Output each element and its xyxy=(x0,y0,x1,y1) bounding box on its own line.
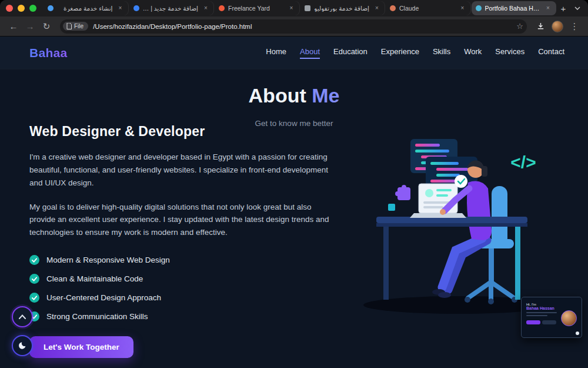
nav-link[interactable]: Contact xyxy=(538,47,564,59)
profile-avatar[interactable] xyxy=(552,21,563,32)
mini-preview-text: Hi, I'm Bahaa Hassan xyxy=(526,303,557,334)
tab-favicon xyxy=(476,5,482,11)
reload-icon[interactable]: ↻ xyxy=(39,19,54,34)
nav-link[interactable]: Services xyxy=(495,47,524,59)
tab-title: إضافة خدمة جديد | نفذلي xyxy=(143,5,199,12)
developer-illustration: </> xyxy=(347,130,566,321)
address-bar[interactable]: File /Users/hozifazidan/Desktop/Portfoli… xyxy=(60,19,527,34)
browser-window: إنشاء خدمة مصغرة × إضافة خدمة جديد | نفذ… xyxy=(0,0,588,368)
tab-favicon xyxy=(305,5,310,11)
moon-icon xyxy=(18,341,27,350)
section-heading: Web Designer & Developer xyxy=(29,124,336,140)
download-icon[interactable] xyxy=(533,19,548,34)
lets-work-together-button[interactable]: Let's Work Together xyxy=(29,336,133,358)
check-icon xyxy=(29,293,39,303)
menu-icon[interactable]: ⋮ xyxy=(567,19,582,34)
code-brackets-icon: </> xyxy=(510,152,536,172)
nav-link[interactable]: Education xyxy=(333,47,368,59)
tab-search-icon[interactable] xyxy=(570,1,584,15)
nav-link[interactable]: About xyxy=(300,47,320,59)
browser-tab[interactable]: إضافة خدمة جديد | نفذلي × xyxy=(129,1,215,15)
site-logo[interactable]: Bahaa xyxy=(29,46,68,60)
maximize-window-button[interactable] xyxy=(29,5,36,12)
tab-strip: إنشاء خدمة مصغرة × إضافة خدمة جديد | نفذ… xyxy=(0,0,588,16)
nav-link[interactable]: Skills xyxy=(433,47,450,59)
browser-tab[interactable]: Portfolio Bahaa Hassan × xyxy=(472,1,557,15)
nav-link[interactable]: Experience xyxy=(381,47,419,59)
site-navbar: Bahaa Home About Education Experience Sk… xyxy=(0,37,588,69)
traffic-lights xyxy=(6,5,36,12)
mini-preview-window[interactable]: Hi, I'm Bahaa Hassan xyxy=(521,297,582,338)
check-label: Clean & Maintainable Code xyxy=(46,274,143,283)
page-title-main: About xyxy=(249,84,312,107)
tab-close-icon[interactable]: × xyxy=(544,4,552,12)
about-paragraph-2: My goal is to deliver high-quality digit… xyxy=(29,201,336,240)
minimize-window-button[interactable] xyxy=(18,5,25,12)
tab-favicon xyxy=(219,5,225,11)
tab-favicon xyxy=(48,5,54,11)
nav-link[interactable]: Work xyxy=(464,47,482,59)
checklist-item: Strong Communication Skills xyxy=(29,311,336,321)
browser-tab[interactable]: Claude × xyxy=(386,1,471,15)
portfolio-page: Bahaa Home About Education Experience Sk… xyxy=(0,37,588,368)
tab-close-icon[interactable]: × xyxy=(373,4,381,12)
back-icon[interactable]: ← xyxy=(6,19,21,34)
mini-text-line xyxy=(526,312,557,313)
file-scheme-badge: File xyxy=(63,22,88,31)
mini-button xyxy=(526,320,540,324)
browser-tab[interactable]: Freelance Yard × xyxy=(215,1,300,15)
tab-title: إضافة خدمة بورتفوليو xyxy=(314,5,370,12)
bookmark-star-icon[interactable]: ☆ xyxy=(516,22,523,31)
forward-icon[interactable]: → xyxy=(22,19,38,34)
tab-list: إنشاء خدمة مصغرة × إضافة خدمة جديد | نفذ… xyxy=(44,0,556,16)
mini-button xyxy=(542,320,556,324)
page-title: About Me xyxy=(0,84,588,107)
checklist: Modern & Responsive Web Design Clean & M… xyxy=(29,255,336,321)
mini-name: Bahaa Hassan xyxy=(526,306,557,310)
mini-theme-dot xyxy=(576,331,579,335)
tab-title: إنشاء خدمة مصغرة xyxy=(57,5,113,12)
browser-tab[interactable]: إضافة خدمة بورتفوليو × xyxy=(300,1,386,15)
checklist-item: User-Centered Design Approach xyxy=(29,293,336,303)
chevron-up-icon xyxy=(19,314,26,319)
tab-favicon xyxy=(390,5,396,11)
check-icon xyxy=(29,274,39,284)
checklist-item: Modern & Responsive Web Design xyxy=(29,255,336,265)
check-label: Modern & Responsive Web Design xyxy=(46,256,170,264)
url-text[interactable]: /Users/hozifazidan/Desktop/Portfolio-pag… xyxy=(93,23,512,30)
mini-avatar xyxy=(561,310,577,326)
scroll-to-top-button[interactable] xyxy=(12,306,33,327)
tab-close-icon[interactable]: × xyxy=(288,4,296,12)
tab-title: Claude xyxy=(399,5,455,12)
tab-title: Portfolio Bahaa Hassan xyxy=(485,5,541,12)
tab-title: Freelance Yard xyxy=(228,5,284,12)
browser-tab[interactable]: إنشاء خدمة مصغرة × xyxy=(44,1,129,15)
tab-close-icon[interactable]: × xyxy=(459,4,467,12)
nav-link[interactable]: Home xyxy=(266,47,286,59)
tab-favicon xyxy=(133,5,139,11)
theme-toggle-button[interactable] xyxy=(12,335,33,356)
tab-close-icon[interactable]: × xyxy=(202,4,210,12)
check-label: Strong Communication Skills xyxy=(46,312,148,321)
about-content: Web Designer & Developer I'm a creative … xyxy=(29,124,336,358)
new-tab-button[interactable]: + xyxy=(556,1,570,15)
check-icon xyxy=(29,255,39,265)
checklist-item: Clean & Maintainable Code xyxy=(29,274,336,284)
nav-links: Home About Education Experience Skills W… xyxy=(266,47,564,59)
about-paragraph-1: I'm a creative web designer and develope… xyxy=(29,151,336,190)
browser-toolbar: ← → ↻ File /Users/hozifazidan/Desktop/Po… xyxy=(0,16,588,37)
close-window-button[interactable] xyxy=(6,5,13,12)
mini-text-line xyxy=(526,315,547,316)
check-label: User-Centered Design Approach xyxy=(46,293,161,302)
page-title-accent: Me xyxy=(312,84,339,107)
file-icon xyxy=(66,23,72,29)
tab-close-icon[interactable]: × xyxy=(116,4,125,12)
